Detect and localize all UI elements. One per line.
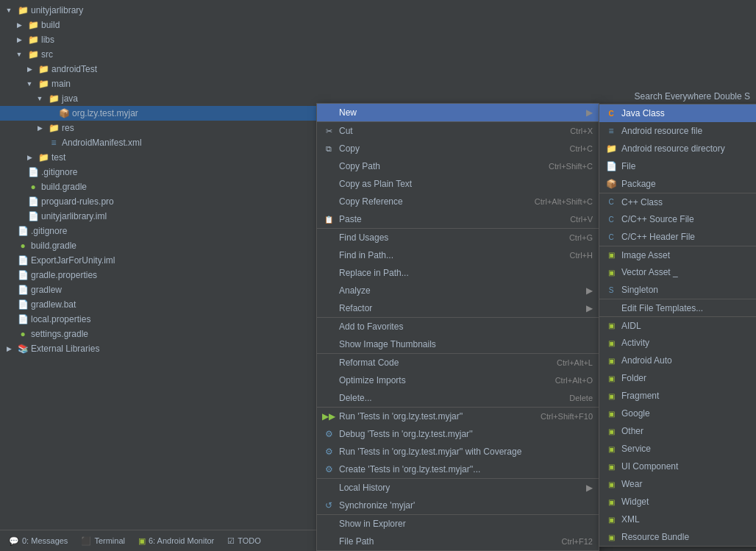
menu-item-show-explorer[interactable]: Show in Explorer	[317, 515, 599, 533]
status-tab-label: 6: Android Monitor	[149, 536, 214, 545]
tree-item-unityjarlibrary-iml[interactable]: 📄 unityjarlibrary.iml	[0, 209, 316, 224]
submenu-item-folder[interactable]: ▣ Folder ▶	[599, 369, 756, 387]
folder-icon: 📁	[38, 63, 49, 75]
submenu-arrow-icon: ▶	[586, 107, 593, 118]
submenu-item-xml[interactable]: ▣ XML ▶	[599, 511, 756, 528]
submenu-item-aidl[interactable]: ▣ AIDL ▶	[599, 316, 756, 334]
tree-arrow: ▼	[3, 4, 15, 16]
tree-item-gitignore[interactable]: 📄 .gitignore	[0, 224, 316, 238]
tree-item-build[interactable]: ▶ 📁 build	[0, 18, 316, 32]
submenu-item-ui-component[interactable]: ▣ UI Component ▶	[599, 458, 756, 475]
menu-item-new[interactable]: New ▶ C Java Class ≡ Android resource fi…	[317, 104, 599, 121]
menu-item-paste[interactable]: 📋 Paste Ctrl+V	[317, 210, 599, 228]
menu-item-cut[interactable]: ✂ Cut Ctrl+X	[317, 122, 599, 140]
menu-item-find-path[interactable]: Find in Path... Ctrl+H	[317, 246, 599, 264]
submenu-item-wear[interactable]: ▣ Wear ▶	[599, 475, 756, 493]
tree-item-exportjar[interactable]: 📄 ExportJarForUnity.iml	[0, 253, 316, 268]
menu-item-file-path[interactable]: File Path Ctrl+F12	[317, 533, 599, 550]
submenu-label: Folder	[621, 373, 646, 383]
tree-item-main[interactable]: ▼ 📁 main	[0, 77, 316, 91]
gradle-icon: ●	[27, 181, 39, 193]
menu-item-label: Debug 'Tests in 'org.lzy.test.myjar''	[339, 429, 593, 439]
tree-item-unityjarlibrary[interactable]: ▼ 📁 unityjarlibrary	[0, 3, 316, 18]
shortcut-label: Ctrl+G	[569, 233, 593, 242]
favorites-icon	[323, 321, 335, 333]
submenu-item-widget[interactable]: ▣ Widget ▶	[599, 493, 756, 511]
tree-item-java[interactable]: ▼ 📁 java	[0, 91, 316, 106]
tree-label: src	[41, 49, 53, 60]
menu-item-label: Cut	[339, 126, 555, 136]
submenu-item-cpp-class[interactable]: C C++ Class	[599, 193, 756, 210]
submenu-item-image-asset[interactable]: ▣ Image Asset	[599, 246, 756, 263]
submenu-item-cpp-source[interactable]: C C/C++ Source File	[599, 210, 756, 228]
menu-item-refactor[interactable]: Refactor ▶	[317, 299, 599, 317]
tree-item-test[interactable]: ▶ 📁 test	[0, 150, 316, 165]
tree-item-src[interactable]: ▼ 📁 src	[0, 47, 316, 62]
ui-component-icon: ▣	[605, 461, 617, 472]
tree-item-androidtest[interactable]: ▶ 📁 androidTest	[0, 62, 316, 77]
tree-item-androidmanifest[interactable]: ≡ AndroidManifest.xml	[0, 135, 316, 150]
menu-item-analyze[interactable]: Analyze ▶	[317, 282, 599, 299]
tree-item-gitignore-inner[interactable]: 📄 .gitignore	[0, 165, 316, 179]
menu-item-replace-path[interactable]: Replace in Path...	[317, 264, 599, 282]
submenu-item-singleton[interactable]: S Singleton	[599, 281, 756, 299]
submenu-item-android-resource-file[interactable]: ≡ Android resource file	[599, 122, 756, 140]
submenu-item-google[interactable]: ▣ Google ▶	[599, 405, 756, 422]
submenu-item-resource-bundle[interactable]: ▣ Resource Bundle	[599, 528, 756, 546]
menu-item-find-usages[interactable]: Find Usages Ctrl+G	[317, 229, 599, 246]
tree-item-buildgradle[interactable]: ● build.gradle	[0, 238, 316, 253]
menu-item-label: Copy Reference	[339, 196, 520, 207]
menu-item-show-thumbnails[interactable]: Show Image Thumbnails	[317, 335, 599, 353]
delete-icon	[323, 392, 335, 404]
submenu-item-edit-templates[interactable]: Edit File Templates...	[599, 299, 756, 316]
submenu-item-other[interactable]: ▣ Other ▶	[599, 422, 756, 440]
tree-item-proguard[interactable]: 📄 proguard-rules.pro	[0, 194, 316, 209]
submenu-item-fragment[interactable]: ▣ Fragment ▶	[599, 387, 756, 405]
other-icon: ▣	[605, 425, 617, 437]
tree-item-res[interactable]: ▶ 📁 res	[0, 121, 316, 135]
menu-item-create-test[interactable]: ⚙ Create 'Tests in 'org.lzy.test.myjar''…	[317, 461, 599, 478]
tree-item-buildgradle-inner[interactable]: ● build.gradle	[0, 179, 316, 194]
menu-item-copy-path[interactable]: Copy Path Ctrl+Shift+C	[317, 157, 599, 175]
status-tab-todo[interactable]: ☑ TODO	[221, 532, 267, 550]
menu-item-label: Paste	[339, 214, 555, 224]
submenu-item-activity[interactable]: ▣ Activity ▶	[599, 334, 756, 352]
tree-item-settingsgradle[interactable]: ● settings.gradle	[0, 327, 316, 341]
tree-label: androidTest	[51, 64, 97, 74]
menu-item-add-favorites[interactable]: Add to Favorites	[317, 318, 599, 335]
menu-item-label: Show Image Thumbnails	[339, 339, 593, 349]
menu-item-copy-plain[interactable]: Copy as Plain Text	[317, 175, 599, 193]
submenu-item-service[interactable]: ▣ Service ▶	[599, 440, 756, 458]
sync-icon: ↺	[323, 500, 335, 511]
menu-item-debug[interactable]: ⚙ Debug 'Tests in 'org.lzy.test.myjar''	[317, 425, 599, 443]
menu-item-run[interactable]: ▶ Run 'Tests in 'org.lzy.test.myjar'' Ct…	[317, 408, 599, 425]
menu-item-optimize[interactable]: Optimize Imports Ctrl+Alt+O	[317, 372, 599, 389]
menu-item-copy-ref[interactable]: Copy Reference Ctrl+Alt+Shift+C	[317, 193, 599, 210]
menu-item-copy[interactable]: ⧉ Copy Ctrl+C	[317, 140, 599, 157]
submenu-item-android-resource-dir[interactable]: 📁 Android resource directory	[599, 140, 756, 157]
menu-item-run-coverage[interactable]: ⚙ Run 'Tests in 'org.lzy.test.myjar'' wi…	[317, 443, 599, 461]
tree-item-localprops[interactable]: 📄 local.properties	[0, 312, 316, 327]
menu-item-reformat[interactable]: Reformat Code Ctrl+Alt+L	[317, 354, 599, 372]
submenu-item-vector-asset[interactable]: ▣ Vector Asset _	[599, 263, 756, 281]
tree-item-libs[interactable]: ▶ 📁 libs	[0, 32, 316, 47]
menu-item-local-history[interactable]: Local History ▶	[317, 479, 599, 497]
menu-item-delete[interactable]: Delete... Delete	[317, 389, 599, 407]
activity-icon: ▣	[605, 337, 617, 349]
status-tab-messages[interactable]: 💬 0: Messages	[3, 532, 74, 550]
tree-item-external-libs[interactable]: ▶ 📚 External Libraries	[0, 341, 316, 356]
tree-item-gradleprops[interactable]: 📄 gradle.properties	[0, 268, 316, 282]
submenu-item-cpp-header[interactable]: C C/C++ Header File	[599, 228, 756, 246]
analyze-arrow-icon: ▶	[586, 285, 593, 296]
submenu-item-java-class[interactable]: C Java Class	[599, 104, 756, 122]
status-tab-terminal[interactable]: ⬛ Terminal	[75, 532, 131, 550]
submenu-item-android-auto[interactable]: ▣ Android Auto ▶	[599, 352, 756, 369]
submenu-item-file[interactable]: 📄 File	[599, 157, 756, 175]
submenu-item-package[interactable]: 📦 Package	[599, 175, 756, 193]
tree-spacer	[44, 107, 56, 119]
tree-item-gradlew[interactable]: 📄 gradlew	[0, 282, 316, 297]
tree-item-package[interactable]: 📦 org.lzy.test.myjar	[0, 106, 316, 121]
tree-item-gradlew-bat[interactable]: 📄 gradlew.bat	[0, 297, 316, 312]
menu-item-synchronize[interactable]: ↺ Synchronize 'myjar'	[317, 497, 599, 514]
status-tab-android-monitor[interactable]: ▣ 6: Android Monitor	[132, 532, 220, 550]
